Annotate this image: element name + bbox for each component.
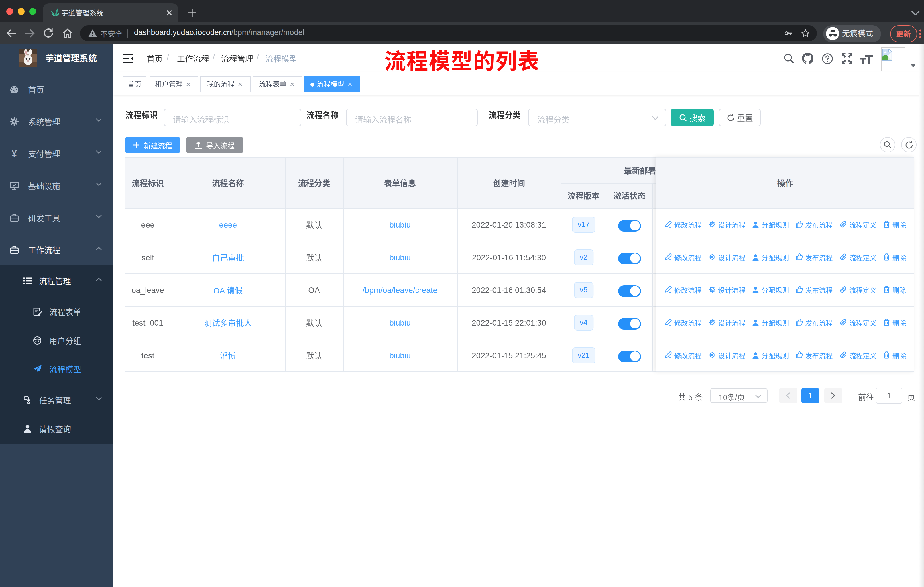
svg-text:¥: ¥ [12,149,17,158]
